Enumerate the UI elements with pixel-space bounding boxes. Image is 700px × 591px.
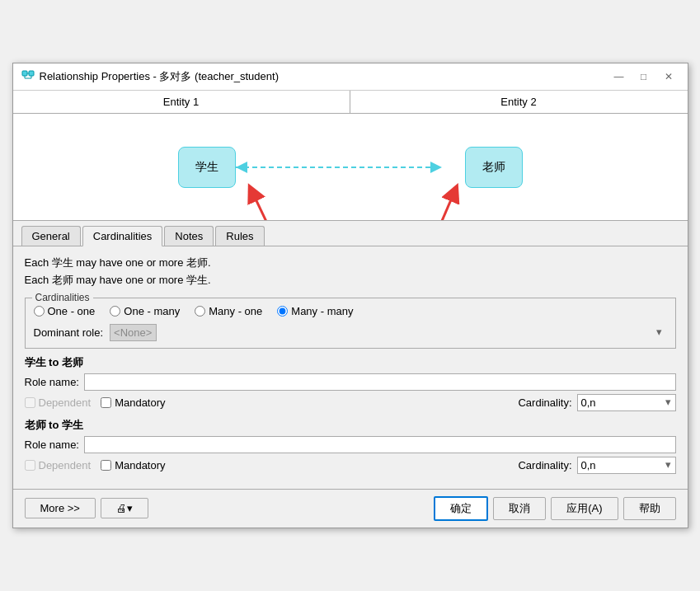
- radio-one-many[interactable]: One - many: [110, 305, 180, 317]
- cardinalities-group-label: Cardinalities: [32, 292, 93, 303]
- relation1-role-label: Role name:: [25, 376, 79, 388]
- relation2-mandatory[interactable]: Mandatory: [101, 459, 165, 471]
- entity1-header: Entity 1: [13, 91, 350, 113]
- bottom-bar: More >> 🖨▾ 确定 取消 应用(A) 帮助: [13, 489, 688, 528]
- dominant-wrap: <None>: [110, 324, 666, 341]
- relation2-role-row: Role name:: [25, 436, 676, 453]
- relation1-cardinality-label: Cardinality:: [518, 396, 571, 409]
- relation2-cardinality-wrap: Cardinality: 0,n: [518, 457, 675, 474]
- svg-rect-0: [22, 71, 27, 76]
- help-button[interactable]: 帮助: [623, 497, 676, 520]
- relation2-cardinality-label: Cardinality:: [518, 459, 571, 471]
- radio-many-many[interactable]: Many - many: [277, 305, 353, 317]
- relation1-mandatory[interactable]: Mandatory: [101, 396, 165, 409]
- relation1-dependent[interactable]: Dependent: [25, 396, 92, 409]
- relation2-cardinality-outer: 0,n: [577, 457, 676, 474]
- svg-marker-7: [236, 162, 247, 173]
- relation2-checkbox-row: Dependent Mandatory Cardinality: 0,n: [25, 457, 676, 474]
- description-line1: Each 学生 may have one or more 老师.: [25, 255, 676, 272]
- title-bar-left: Relationship Properties - 多对多 (teacher_s…: [21, 69, 279, 85]
- content-area: Each 学生 may have one or more 老师. Each 老师…: [13, 246, 688, 489]
- svg-line-10: [252, 192, 294, 220]
- description-line2: Each 老师 may have one or more 学生.: [25, 272, 676, 289]
- print-button[interactable]: 🖨▾: [101, 498, 148, 518]
- main-window: Relationship Properties - 多对多 (teacher_s…: [12, 63, 688, 528]
- tab-cardinalities[interactable]: Cardinalities: [82, 226, 163, 246]
- cancel-button[interactable]: 取消: [493, 497, 546, 520]
- relation2-role-label: Role name:: [25, 439, 79, 451]
- radio-one-one[interactable]: One - one: [34, 305, 96, 317]
- minimize-button[interactable]: —: [608, 68, 630, 85]
- entity-teacher: 老师: [465, 147, 523, 188]
- tab-general[interactable]: General: [21, 226, 81, 246]
- window-icon: [21, 69, 35, 85]
- relation2-dependent[interactable]: Dependent: [25, 459, 92, 471]
- relation2-section: 老师 to 学生 Role name: Dependent Mandatory …: [25, 418, 676, 474]
- relation1-cardinality-outer: 0,n: [577, 394, 676, 411]
- title-controls: — □ ✕: [608, 68, 679, 85]
- relation2-cardinality-select[interactable]: 0,n: [577, 457, 676, 474]
- more-button[interactable]: More >>: [25, 498, 96, 518]
- cardinalities-group: Cardinalities One - one One - many Many …: [25, 298, 676, 349]
- print-icon: 🖨: [116, 502, 127, 514]
- relation1-cardinality-select[interactable]: 0,n: [577, 394, 676, 411]
- entity-student: 学生: [178, 147, 236, 188]
- svg-line-11: [417, 192, 454, 220]
- svg-rect-1: [29, 71, 34, 76]
- description: Each 学生 may have one or more 老师. Each 老师…: [25, 255, 676, 289]
- close-button[interactable]: ✕: [658, 68, 679, 85]
- svg-marker-8: [430, 162, 442, 173]
- tab-rules[interactable]: Rules: [215, 226, 264, 246]
- dominant-label: Dominant role:: [34, 326, 104, 339]
- dominant-select[interactable]: <None>: [110, 324, 157, 341]
- relation1-title: 学生 to 老师: [25, 355, 676, 370]
- radio-row: One - one One - many Many - one Many - m…: [34, 305, 667, 317]
- dominant-row: Dominant role: <None>: [34, 324, 667, 341]
- entity-header: Entity 1 Entity 2: [13, 91, 688, 114]
- relation1-role-input[interactable]: [84, 373, 676, 391]
- tabs-bar: General Cardinalities Notes Rules: [13, 221, 688, 246]
- relation1-role-row: Role name:: [25, 373, 676, 391]
- radio-many-one[interactable]: Many - one: [195, 305, 262, 317]
- relation2-role-input[interactable]: [84, 436, 676, 453]
- title-bar: Relationship Properties - 多对多 (teacher_s…: [13, 63, 688, 91]
- relation2-title: 老师 to 学生: [25, 418, 676, 433]
- relation1-cardinality-wrap: Cardinality: 0,n: [518, 394, 675, 411]
- window-title: Relationship Properties - 多对多 (teacher_s…: [40, 69, 279, 84]
- diagram-svg: [13, 114, 688, 220]
- tab-notes[interactable]: Notes: [164, 226, 214, 246]
- relation1-section: 学生 to 老师 Role name: Dependent Mandatory …: [25, 355, 676, 411]
- apply-button[interactable]: 应用(A): [551, 497, 618, 520]
- entity2-header: Entity 2: [350, 91, 688, 113]
- diagram-area: 学生 老师: [13, 114, 688, 221]
- confirm-button[interactable]: 确定: [434, 496, 488, 521]
- maximize-button[interactable]: □: [633, 68, 655, 85]
- relation1-checkbox-row: Dependent Mandatory Cardinality: 0,n: [25, 394, 676, 411]
